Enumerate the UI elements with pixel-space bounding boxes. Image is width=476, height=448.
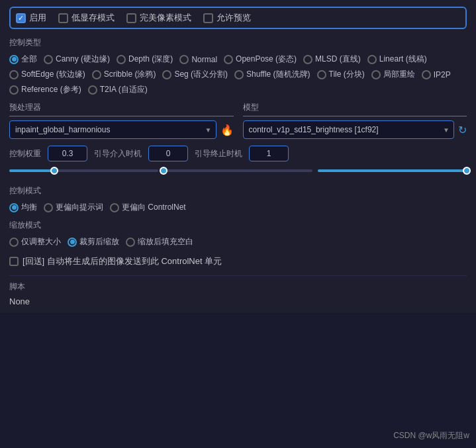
radio-seg-label: Seg (语义分割): [174, 69, 228, 80]
control-weight-input[interactable]: [48, 146, 87, 161]
scale-mode-label: 缩放模式: [9, 220, 467, 231]
radio-canny-label: Canny (硬边缘): [56, 54, 110, 65]
radio-reference[interactable]: Reference (参考): [9, 84, 81, 95]
refresh-icon[interactable]: ↻: [458, 124, 467, 136]
radio-balanced[interactable]: 均衡: [9, 202, 37, 213]
radio-normal-label: Normal: [191, 55, 217, 64]
radio-mlsd-circle: [303, 55, 312, 64]
model-label: 模型: [243, 102, 467, 116]
radio-crop-circle: [68, 238, 77, 247]
radio-t2ia[interactable]: T2IA (自适应): [88, 84, 148, 95]
allow-preview-checkbox-box: [203, 13, 213, 23]
preprocessor-label: 预处理器: [9, 102, 234, 116]
radio-crop[interactable]: 裁剪后缩放: [68, 236, 119, 247]
allow-preview-checkbox[interactable]: 允许预览: [203, 12, 251, 24]
model-select-wrapper: control_v1p_sd15_brightness [1cf92] none…: [243, 120, 455, 139]
start-slider[interactable]: [164, 165, 312, 176]
callback-row[interactable]: [回送] 自动将生成后的图像发送到此 ControlNet 单元: [9, 255, 467, 267]
low-memory-checkbox-box: [58, 13, 68, 23]
radio-localredraw-label: 局部重绘: [383, 69, 415, 80]
radio-controlnet-mode-label: 更偏向 ControlNet: [122, 202, 186, 213]
radio-scribble[interactable]: Scribble (涂鸦): [92, 69, 156, 80]
preprocessor-group: 预处理器 inpaint_global_harmonious none cann…: [9, 102, 234, 139]
radio-shuffle-circle: [234, 70, 244, 79]
control-type-group: 全部 Canny (硬边缘) Depth (深度) Normal OpenPos…: [9, 54, 467, 95]
preprocessor-row: inpaint_global_harmonious none canny ▼ 🔥: [9, 120, 234, 139]
script-section-label: 脚本: [9, 281, 467, 292]
radio-tile-label: Tile (分块): [329, 69, 365, 80]
radio-normal[interactable]: Normal: [179, 54, 217, 65]
radio-crop-label: 裁剪后缩放: [79, 236, 119, 247]
start-control-label: 引导介入时机: [94, 148, 142, 159]
callback-checkbox-box: [9, 257, 19, 266]
radio-softedge[interactable]: SoftEdge (软边缘): [9, 69, 85, 80]
radio-canny[interactable]: Canny (硬边缘): [44, 54, 110, 65]
radio-depth[interactable]: Depth (深度): [117, 54, 173, 65]
perfect-pixel-checkbox[interactable]: 完美像素模式: [126, 12, 191, 24]
radio-t2ia-circle: [88, 85, 97, 95]
radio-resize-circle: [9, 238, 19, 247]
radio-prompt-label: 更偏向提示词: [56, 202, 103, 213]
radio-resize-label: 仅调整大小: [21, 236, 61, 247]
radio-all[interactable]: 全部: [9, 54, 37, 65]
radio-canny-circle: [44, 55, 53, 64]
radio-controlnet-mode-circle: [110, 203, 119, 212]
radio-seg[interactable]: Seg (语义分割): [162, 69, 228, 80]
weight-slider[interactable]: [9, 165, 158, 176]
control-mode-label: 控制模式: [9, 185, 467, 197]
enable-checkbox[interactable]: ✓ 启用: [16, 12, 46, 24]
top-bar: ✓ 启用 低显存模式 完美像素模式 允许预览: [9, 7, 467, 29]
radio-softedge-label: SoftEdge (软边缘): [21, 69, 85, 80]
model-select[interactable]: control_v1p_sd15_brightness [1cf92] none: [244, 121, 454, 138]
radio-t2ia-label: T2IA (自适应): [100, 84, 148, 95]
preprocessor-select[interactable]: inpaint_global_harmonious none canny: [10, 121, 216, 138]
radio-openpose[interactable]: OpenPose (姿态): [224, 54, 297, 65]
radio-all-label: 全部: [21, 54, 37, 65]
script-value: None: [9, 296, 467, 306]
radio-depth-label: Depth (深度): [128, 54, 173, 65]
radio-lineart-label: Lineart (线稿): [379, 54, 427, 65]
scale-mode-group: 仅调整大小 裁剪后缩放 缩放后填充空白: [9, 236, 467, 247]
control-mode-group: 均衡 更偏向提示词 更偏向 ControlNet: [9, 202, 467, 213]
preprocessor-select-wrapper: inpaint_global_harmonious none canny ▼: [9, 120, 216, 139]
radio-fill-circle: [126, 238, 135, 247]
radio-resize[interactable]: 仅调整大小: [9, 236, 61, 247]
end-control-input[interactable]: [249, 146, 289, 161]
radio-lineart[interactable]: Lineart (线稿): [367, 54, 427, 65]
radio-seg-circle: [162, 70, 171, 79]
script-section: 脚本 None: [9, 275, 467, 306]
radio-shuffle[interactable]: Shuffle (随机洗牌): [234, 69, 310, 80]
end-slider[interactable]: [318, 165, 467, 176]
model-group: 模型 control_v1p_sd15_brightness [1cf92] n…: [243, 102, 467, 139]
control-weight-label: 控制权重: [9, 148, 41, 159]
radio-mlsd-label: MLSD (直线): [315, 54, 361, 65]
radio-mlsd[interactable]: MLSD (直线): [303, 54, 361, 65]
enable-checkbox-box: ✓: [16, 13, 26, 23]
radio-prompt[interactable]: 更偏向提示词: [44, 202, 103, 213]
scale-mode-section: 缩放模式 仅调整大小 裁剪后缩放 缩放后填充空白: [9, 220, 467, 247]
perfect-pixel-label: 完美像素模式: [140, 12, 191, 24]
radio-prompt-circle: [44, 203, 53, 212]
params-row: 控制权重 引导介入时机 引导终止时机: [9, 146, 467, 161]
end-control-label: 引导终止时机: [195, 148, 242, 159]
low-memory-label: 低显存模式: [71, 12, 115, 24]
radio-fill[interactable]: 缩放后填充空白: [126, 236, 193, 247]
radio-localredraw[interactable]: 局部重绘: [371, 69, 415, 80]
radio-fill-label: 缩放后填充空白: [138, 236, 193, 247]
radio-ip2p[interactable]: IP2P: [422, 69, 451, 80]
fire-icon[interactable]: 🔥: [220, 124, 234, 136]
callback-label: [回送] 自动将生成后的图像发送到此 ControlNet 单元: [23, 255, 222, 267]
radio-softedge-circle: [9, 70, 19, 79]
radio-depth-circle: [117, 55, 126, 64]
radio-localredraw-circle: [371, 70, 381, 79]
watermark: CSDN @w风雨无阻w: [393, 430, 469, 441]
start-control-input[interactable]: [148, 146, 188, 161]
radio-normal-circle: [179, 55, 189, 64]
radio-tile[interactable]: Tile (分块): [317, 69, 365, 80]
sliders-row: [9, 165, 467, 176]
preprocessor-model-row: 预处理器 inpaint_global_harmonious none cann…: [9, 102, 467, 139]
control-mode-section: 控制模式 均衡 更偏向提示词 更偏向 ControlNet: [9, 185, 467, 213]
radio-reference-label: Reference (参考): [21, 84, 81, 95]
radio-controlnet-mode[interactable]: 更偏向 ControlNet: [110, 202, 186, 213]
low-memory-checkbox[interactable]: 低显存模式: [58, 12, 115, 24]
